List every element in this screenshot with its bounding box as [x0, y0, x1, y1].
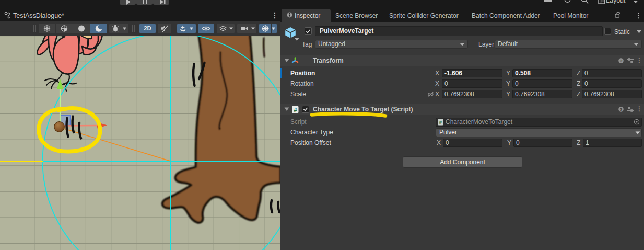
svg-text:#: #: [439, 119, 442, 125]
svg-text:?: ?: [620, 107, 623, 112]
svg-text:#: #: [294, 107, 297, 113]
svg-text:?: ?: [620, 59, 623, 63]
